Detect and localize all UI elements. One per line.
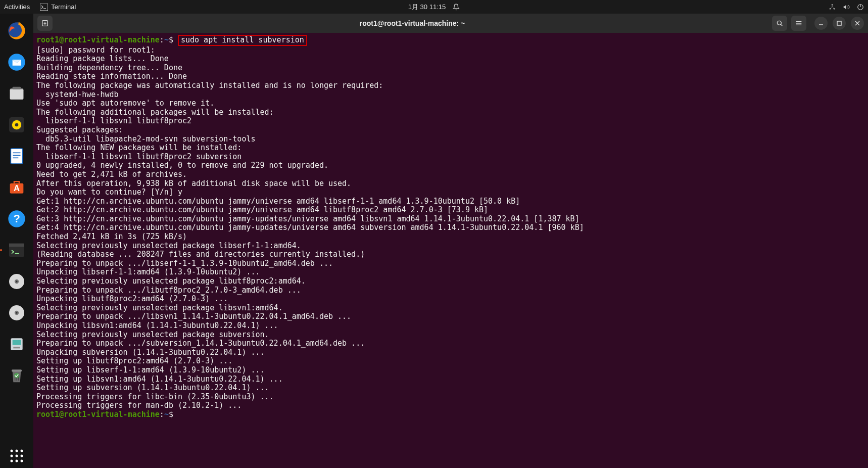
svg-point-29	[16, 280, 17, 282]
svg-rect-0	[40, 4, 48, 11]
dock-libreoffice-writer[interactable]	[5, 144, 29, 168]
top-bar: Activities Terminal 1月 30 11:15	[0, 0, 868, 14]
network-icon[interactable]	[829, 4, 836, 11]
dock-thunderbird[interactable]	[5, 50, 29, 74]
terminal-title-bar: root1@root1-virtual-machine: ~	[33, 14, 868, 33]
svg-point-14	[15, 123, 19, 127]
topbar-app-menu[interactable]: Terminal	[40, 3, 76, 11]
power-icon[interactable]	[857, 4, 864, 11]
terminal-content[interactable]: root1@root1-virtual-machine:~$ sudo apt …	[33, 33, 868, 468]
maximize-button[interactable]	[833, 17, 846, 30]
svg-line-51	[781, 24, 782, 26]
topbar-app-label: Terminal	[51, 3, 76, 11]
dock-terminal[interactable]	[5, 238, 29, 262]
window-title: root1@root1-virtual-machine: ~	[57, 19, 768, 27]
svg-point-44	[11, 460, 13, 462]
svg-point-50	[777, 21, 781, 25]
dock-show-applications[interactable]	[5, 444, 29, 468]
svg-text:A: A	[14, 183, 20, 193]
clock[interactable]: 1月 30 11:15	[408, 3, 446, 12]
search-button[interactable]	[772, 16, 787, 31]
terminal-window: root1@root1-virtual-machine: ~ root1@roo…	[33, 14, 868, 468]
dock-removable-drive[interactable]	[5, 332, 29, 356]
svg-rect-36	[12, 369, 22, 371]
svg-point-2	[832, 4, 833, 5]
svg-point-32	[16, 312, 17, 313]
terminal-app-icon	[40, 4, 48, 11]
svg-point-43	[21, 455, 23, 457]
dock-files[interactable]	[5, 81, 29, 106]
dock-firefox[interactable]	[5, 19, 29, 43]
svg-point-38	[11, 450, 13, 452]
svg-text:?: ?	[13, 212, 20, 225]
svg-rect-34	[13, 340, 21, 345]
notification-bell-icon[interactable]	[453, 4, 460, 11]
svg-point-39	[16, 450, 18, 452]
dock-software[interactable]: A	[5, 175, 29, 200]
activities-button[interactable]: Activities	[4, 3, 30, 11]
dock-help[interactable]: ?	[5, 207, 29, 231]
svg-rect-10	[10, 89, 24, 100]
volume-icon[interactable]	[843, 4, 850, 11]
close-button[interactable]	[851, 17, 864, 30]
minimize-button[interactable]	[814, 17, 828, 30]
svg-point-37	[14, 373, 19, 378]
svg-point-46	[21, 460, 23, 462]
svg-point-41	[11, 455, 13, 457]
hamburger-menu-button[interactable]	[791, 16, 806, 31]
svg-point-42	[16, 455, 18, 457]
dock: A ?	[0, 14, 33, 468]
dock-rhythmbox[interactable]	[5, 113, 29, 137]
svg-rect-15	[11, 149, 22, 164]
dock-disc-1[interactable]	[5, 269, 29, 294]
svg-rect-56	[837, 21, 841, 25]
new-tab-button[interactable]	[37, 16, 53, 31]
dock-disc-2[interactable]	[5, 301, 29, 325]
svg-rect-25	[9, 244, 24, 247]
svg-point-40	[21, 450, 23, 452]
svg-rect-35	[13, 347, 20, 348]
dock-trash[interactable]	[5, 363, 29, 388]
svg-rect-11	[13, 87, 21, 89]
svg-point-45	[16, 460, 18, 462]
